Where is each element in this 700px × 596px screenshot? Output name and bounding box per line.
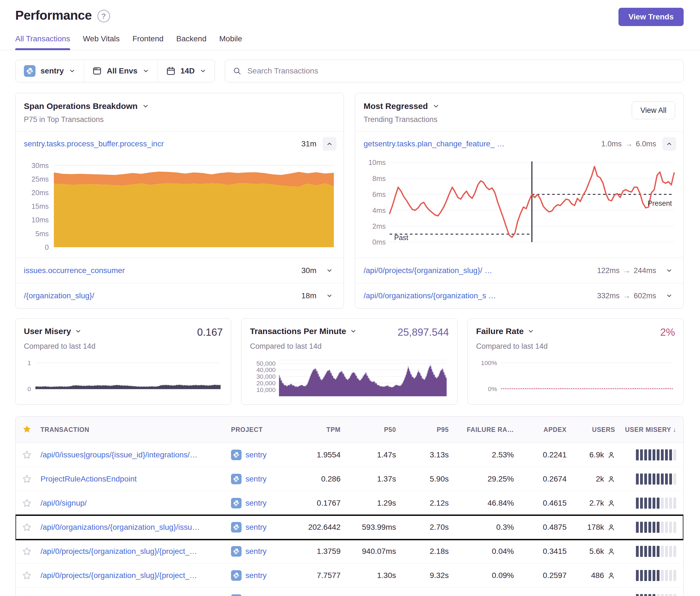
card-chart: 50,00040,00030,00020,00010,000 (250, 357, 449, 399)
transaction-link[interactable]: /api/0/signup/ (41, 499, 231, 508)
column-header-transaction[interactable]: TRANSACTION (41, 426, 231, 434)
table-row[interactable]: /api/0/projects/{organization_slug}/{pro… (16, 540, 683, 564)
project-filter[interactable]: sentry (16, 60, 84, 82)
transaction-link[interactable]: /api/0/organizations/{organization_slug}… (41, 523, 231, 532)
regressed-row: getsentry.tasks.plan_change_feature_ …1.… (355, 131, 683, 156)
svg-text:Past: Past (394, 234, 408, 241)
help-icon[interactable]: ? (97, 10, 110, 22)
tab-backend[interactable]: Backend (176, 34, 207, 50)
transaction-link[interactable]: ProjectRuleActionsEndpoint (41, 474, 231, 484)
transaction-cell: ProjectRuleActionsEndpoint (41, 474, 231, 484)
regression-from: 1.0ms (601, 140, 622, 148)
p50-cell: 1.37s (377, 474, 396, 484)
misery-bar (636, 522, 639, 533)
favorite-star-button[interactable] (22, 547, 41, 556)
table-row[interactable]: /api/0/projects/{organization_slug}/{pro… (16, 564, 683, 588)
table-row[interactable]: /api/0/signup/sentry0.17671.29s2.12s46.8… (16, 491, 683, 515)
span-op-link[interactable]: /{organization_slug}/ (24, 291, 94, 300)
project-link[interactable]: sentry (246, 547, 267, 556)
project-link[interactable]: sentry (246, 571, 267, 580)
column-header-user-misery[interactable]: USER MISERY ↓ (625, 426, 676, 434)
view-trends-button[interactable]: View Trends (619, 8, 684, 26)
favorite-star-button[interactable] (22, 498, 41, 508)
chevron-down-icon (75, 328, 81, 335)
table-row[interactable]: /api/0/issues|groups/{issue_id}/integrat… (16, 443, 683, 467)
svg-text:8ms: 8ms (372, 175, 386, 182)
tab-all-transactions[interactable]: All Transactions (15, 34, 70, 50)
environment-filter[interactable]: All Envs (84, 60, 157, 82)
regressed-link[interactable]: /api/0/projects/{organization_slug}/ … (364, 266, 492, 275)
most-regressed-title-row[interactable]: Most Regressed (364, 101, 440, 111)
project-link[interactable]: sentry (246, 474, 267, 484)
column-header-users[interactable]: USERS (592, 426, 615, 434)
misery-bar (669, 498, 672, 509)
misery-bar (640, 498, 643, 509)
arrow-right-icon: → (625, 140, 632, 148)
column-header-failure-rate[interactable]: FAILURE RA… (467, 426, 514, 434)
favorite-star-button[interactable] (22, 595, 41, 596)
star-outline-icon (22, 595, 32, 596)
favorite-star-button[interactable] (22, 450, 41, 460)
expand-button[interactable] (662, 264, 676, 278)
python-icon (231, 522, 242, 533)
transaction-link[interactable]: /api/0/projects/{organization_slug}/{pro… (41, 571, 231, 580)
misery-bar (665, 570, 668, 581)
apdex-cell: 0.2241 (543, 450, 567, 459)
star-outline-icon (22, 547, 32, 556)
expand-button[interactable] (323, 264, 336, 278)
column-header-apdex[interactable]: APDEX (544, 426, 567, 434)
card-title-row[interactable]: Failure Rate (476, 327, 534, 336)
transaction-cell: /api/0/projects/{organization_slug}/{pro… (41, 571, 231, 580)
favorite-column-header[interactable] (22, 424, 41, 435)
span-operations-title-row[interactable]: Span Operations Breakdown (24, 101, 149, 111)
column-header-p50[interactable]: P50 (384, 426, 396, 434)
date-range-filter[interactable]: 14D (157, 60, 215, 82)
project-link[interactable]: sentry (246, 499, 267, 508)
column-header-p95[interactable]: P95 (437, 426, 449, 434)
span-op-link[interactable]: issues.occurrence_consumer (24, 266, 125, 275)
tpm-chart: 50,00040,00030,00020,00010,000 (250, 357, 449, 399)
card-title-row[interactable]: Transactions Per Minute (250, 327, 357, 336)
table-row[interactable]: /api/0/organizations/{organization_slug}… (16, 588, 683, 596)
regressed-link[interactable]: /api/0/organizations/{organization_s … (364, 291, 496, 300)
regressed-value-wrap: 1.0ms→6.0ms (601, 137, 676, 151)
search-input[interactable] (247, 66, 676, 76)
misery-bar (661, 546, 664, 557)
transaction-link[interactable]: /api/0/projects/{organization_slug}/{pro… (41, 547, 231, 556)
column-header-project[interactable]: PROJECT (231, 426, 294, 434)
view-all-button[interactable]: View All (632, 101, 675, 119)
table-row[interactable]: /api/0/organizations/{organization_slug}… (16, 515, 683, 540)
favorite-star-button[interactable] (22, 571, 41, 580)
panel-subtitle: P75 in Top Transactions (24, 115, 149, 124)
user-misery-bars (636, 594, 676, 596)
tab-mobile[interactable]: Mobile (219, 34, 242, 50)
expand-button[interactable] (323, 289, 336, 303)
svg-text:20,000: 20,000 (256, 380, 276, 387)
tab-frontend[interactable]: Frontend (132, 34, 164, 50)
table-row[interactable]: ProjectRuleActionsEndpointsentry0.2861.3… (16, 467, 683, 491)
tab-web-vitals[interactable]: Web Vitals (83, 34, 120, 50)
p50-cell: 593.99ms (362, 523, 396, 532)
regressed-link[interactable]: getsentry.tasks.plan_change_feature_ … (364, 139, 504, 148)
misery-bar (648, 473, 651, 485)
card-title: User Misery (24, 327, 71, 336)
transaction-link[interactable]: /api/0/issues|groups/{issue_id}/integrat… (41, 450, 231, 459)
span-operations-panel: Span Operations Breakdown P75 in Top Tra… (15, 93, 344, 309)
card-title-row[interactable]: User Misery (24, 327, 81, 336)
project-link[interactable]: sentry (246, 450, 267, 459)
failure-rate-chart: 100%0% (476, 357, 675, 394)
star-filled-icon (22, 424, 32, 434)
favorite-star-button[interactable] (22, 474, 41, 484)
search-box[interactable] (225, 59, 684, 82)
collapse-button[interactable] (323, 137, 336, 151)
card-value: 2% (660, 327, 675, 338)
collapse-button[interactable] (662, 137, 676, 151)
expand-button[interactable] (662, 289, 676, 303)
favorite-star-button[interactable] (22, 522, 41, 532)
project-link[interactable]: sentry (246, 523, 267, 532)
span-op-link[interactable]: sentry.tasks.process_buffer.process_incr (24, 139, 164, 148)
svg-text:1: 1 (27, 359, 31, 366)
column-header-tpm[interactable]: TPM (326, 426, 341, 434)
misery-bar (636, 498, 639, 509)
tpm-cell: 7.7577 (317, 571, 341, 580)
